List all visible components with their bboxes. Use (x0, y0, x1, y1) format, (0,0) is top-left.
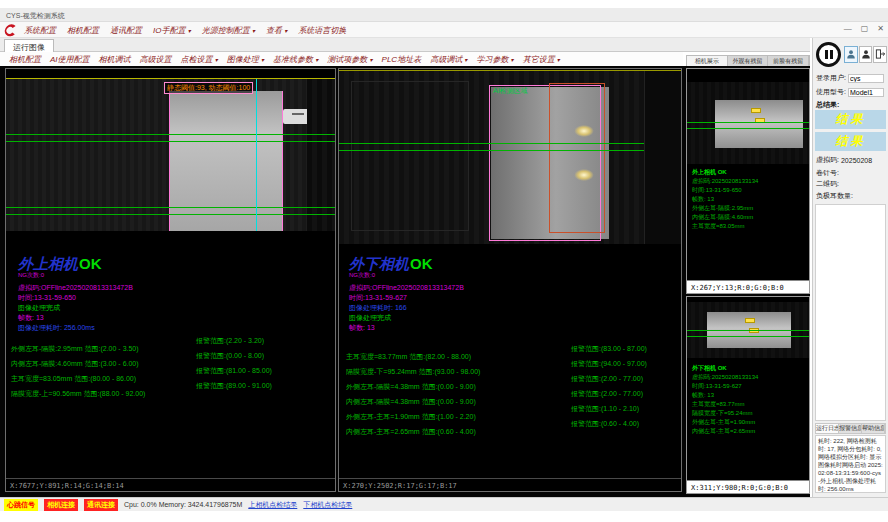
middle-camera-image[interactable]: AI检测区域 (339, 70, 681, 244)
model-label: 使用型号: (816, 87, 846, 97)
tab-help-log[interactable]: 帮助信息 (862, 424, 885, 433)
measurement-row: 主耳宽度=83.77mm 范围:(82.00 - 88.00)报警范围:(83.… (346, 345, 480, 353)
reflection-spot (571, 167, 597, 183)
toolbar-other-settings[interactable]: 其它设置 ▾ (523, 54, 560, 65)
middle-result-block: 外下相机OK NG次数:0 虚拟码:OFFline202502081331347… (349, 255, 464, 331)
capture-time: 时间:13-31-59-627 (349, 294, 464, 301)
measurement-text: 内侧左耳-隔膜=4.38mm 范围:(0.00 - 9.00) (346, 398, 476, 405)
pause-button[interactable] (816, 42, 841, 67)
measurement-alarm: 报警范围:(2.20 - 3.20) (196, 337, 264, 345)
left-camera-image[interactable]: 静态阈值:93, 动态阈值:100 (6, 78, 335, 231)
menu-item-light-config[interactable]: 光源控制配置 ▾ (202, 25, 255, 36)
tab-run-log[interactable]: 运行日志 (816, 424, 839, 433)
neg-tab-count-label: 负极耳数量: (816, 191, 853, 201)
measurement-text: 隔膜宽度-下=95.24mm 范围:(93.00 - 98.00) (346, 368, 480, 375)
left-part-region (169, 91, 283, 231)
overlay-label-chip (745, 318, 755, 323)
right-bottom-camera-image[interactable] (687, 302, 809, 358)
tab-front-residue[interactable]: 前脸有残留 (768, 56, 809, 66)
measurement-row: 内侧左耳-隔膜:4.60mm 范围:(3.00 - 6.00)报警范围:(0.0… (11, 352, 145, 360)
cursor-readout: X:267;Y:13;R:0;G:0;B:0 (687, 280, 809, 293)
menu-item-system-config[interactable]: 系统配置 (24, 25, 56, 36)
toolbar-learning-params[interactable]: 学习参数 ▾ (476, 54, 513, 65)
cursor-readout: X:7677;Y:891;R:14;G:14;B:14 (6, 478, 335, 491)
reflection-spot (571, 123, 597, 139)
right-top-camera-image[interactable] (687, 82, 809, 164)
minimize-icon[interactable]: — (844, 24, 852, 33)
virtual-code: 虚拟码:OFFline2025020813313472B (18, 284, 133, 291)
toolbar-plc-address[interactable]: PLC地址表 (382, 54, 422, 65)
menu-item-comm-config[interactable]: 通讯配置 (110, 25, 142, 36)
measurement-text: 内侧左耳-隔膜:4.60mm 范围:(3.00 - 6.00) (11, 360, 139, 367)
toolbar-camera-debug[interactable]: 相机调试 (99, 54, 131, 65)
toolbar-camera-config[interactable]: 相机配置 (9, 54, 41, 65)
measurement-alarm: 报警范围:(0.00 - 8.00) (196, 352, 264, 360)
menu-item-view[interactable]: 查看 ▾ (266, 25, 287, 36)
measurement-text: 隔膜宽度-上=90.56mm 范围:(88.00 - 92.00) (11, 390, 145, 397)
right-bottom-result-lines: 外下相机 OK 虚拟码:20250208133134 时间:13-31-59-6… (692, 365, 758, 434)
tab-camera-display[interactable]: 相机展示 (687, 56, 728, 66)
right-bottom-mini-view: 外下相机 OK 虚拟码:20250208133134 时间:13-31-59-6… (686, 296, 810, 494)
measurement-text: 外侧左耳-隔膜=4.38mm 范围:(0.00 - 9.00) (346, 383, 476, 390)
toolbar: 相机配置 AI使用配置 相机调试 高级设置 点检设置 ▾ 图像处理 ▾ 基准线参… (0, 52, 683, 67)
menu-item-camera-config[interactable]: 相机配置 (67, 25, 99, 36)
tab-row: 运行图像 (0, 38, 810, 52)
model-input[interactable] (848, 88, 884, 97)
user-icon (846, 46, 856, 64)
capture-time: 时间:13-31-59-650 (18, 294, 133, 301)
left-result-block: 外上相机OK NG次数:0 虚拟码:OFFline202502081331347… (18, 255, 133, 331)
maximize-icon[interactable]: ▢ (861, 24, 869, 33)
login-user-row: 登录用户: (816, 73, 884, 83)
left-measurements: 外侧左耳-隔膜:2.95mm 范围:(2.00 - 3.50)报警范围:(2.2… (11, 337, 145, 390)
cpu-memory-readout: Cpu: 0.0% Memory: 3424.41796875M (124, 501, 242, 508)
status-bar: 心跳信号 相机连接 通讯连接 Cpu: 0.0% Memory: 3424.41… (0, 497, 888, 511)
measurement-row: 主耳宽度=83.05mm 范围:(80.00 - 86.00)报警范围:(81.… (11, 367, 145, 375)
lower-camera-check-link[interactable]: 下相机点检结果 (303, 500, 352, 510)
login-user-input[interactable] (848, 74, 884, 83)
log-text-area: 耗时: 222, 网络检测耗时: 17, 网络分包耗时: 0, 网络模拟分区耗时… (815, 435, 886, 493)
measurement-alarm: 报警范围:(2.00 - 77.00) (571, 375, 643, 383)
toolbar-advanced-settings[interactable]: 高级设置 (140, 54, 172, 65)
upper-camera-check-link[interactable]: 上相机点检结果 (248, 500, 297, 510)
tab-outer-residue[interactable]: 外观有残留 (728, 56, 769, 66)
user-manage-button[interactable] (859, 46, 872, 63)
control-panel: 登录用户: 使用型号: 总结果: 结果 结果 虚拟码: 20250208 卷针号… (812, 38, 888, 497)
close-icon[interactable]: ✕ (877, 24, 884, 33)
login-user-button[interactable] (844, 46, 858, 63)
toolbar-spot-check[interactable]: 点检设置 ▾ (181, 54, 218, 65)
camera-connect-badge: 相机连接 (44, 499, 78, 511)
baseline-overlay (339, 143, 681, 144)
measurement-alarm: 报警范围:(1.10 - 2.10) (571, 405, 639, 413)
status-ok: OK (410, 255, 433, 272)
baseline-overlay (6, 141, 335, 142)
measurement-row: 内侧左耳-主耳=2.65mm 范围:(0.60 - 4.00)报警范围:(0.6… (346, 420, 480, 428)
process-done: 图像处理完成 (18, 304, 133, 311)
ai-roi-label: AI检测区域 (493, 86, 528, 96)
toolbar-baseline-params[interactable]: 基准线参数 ▾ (273, 54, 318, 65)
baseline-overlay (339, 150, 681, 151)
tab-alarm-log[interactable]: 报警信息 (839, 424, 862, 433)
toolbar-advanced-debug[interactable]: 高级调试 ▾ (430, 54, 467, 65)
middle-camera-view: AI检测区域 外下相机OK NG次数:0 虚拟码:OFFline20250208… (338, 68, 682, 492)
measurement-text: 外侧左耳-隔膜:2.95mm 范围:(2.00 - 3.50) (11, 345, 139, 352)
exit-button[interactable] (873, 46, 887, 63)
toolbar-test-params[interactable]: 测试项参数 ▾ (327, 54, 372, 65)
comm-connect-badge: 通讯连接 (84, 499, 118, 511)
model-row: 使用型号: (816, 87, 884, 97)
baseline-overlay (6, 214, 335, 215)
qr-code-label: 二维码: (816, 179, 839, 189)
menu-item-io-config[interactable]: IO手配置 ▾ (153, 25, 191, 36)
menu-item-language-switch[interactable]: 系统语言切换 (298, 25, 346, 36)
process-elapsed: 图像处理耗时: 166 (349, 304, 464, 311)
measurement-alarm: 报警范围:(94.00 - 97.00) (571, 360, 647, 368)
toolbar-ai-config[interactable]: AI使用配置 (50, 54, 90, 65)
middle-measurements: 主耳宽度=83.77mm 范围:(82.00 - 88.00)报警范围:(83.… (346, 345, 480, 428)
measurement-row: 外侧左耳-隔膜=4.38mm 范围:(0.00 - 9.00)报警范围:(2.0… (346, 375, 480, 383)
result-indicator-2: 结果 (815, 132, 886, 151)
measurement-alarm: 报警范围:(81.00 - 85.00) (196, 367, 272, 375)
virtual-code: 虚拟码:OFFline2025020813313472B (349, 284, 464, 291)
log-tabs: 运行日志 报警信息 帮助信息 (815, 423, 886, 434)
total-result-label: 总结果: (816, 100, 839, 110)
title-bar: CYS-视觉检测系统 (0, 8, 888, 22)
toolbar-image-processing[interactable]: 图像处理 ▾ (227, 54, 264, 65)
